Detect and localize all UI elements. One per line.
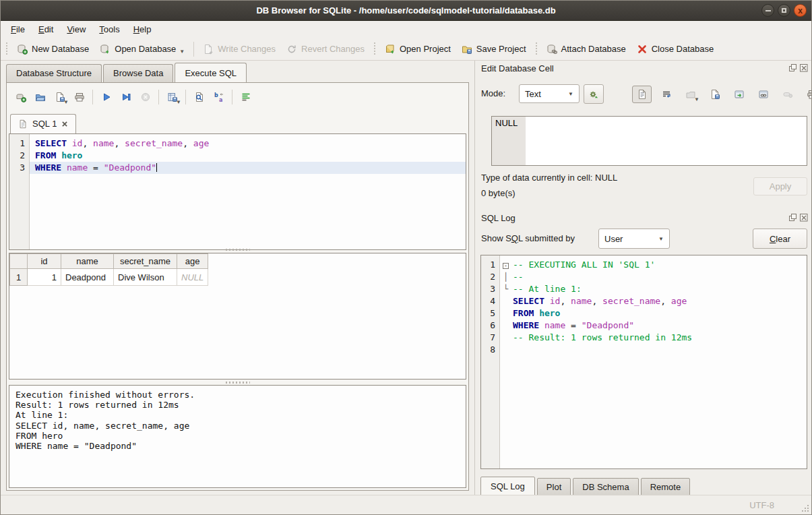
close-button[interactable]: x — [794, 4, 807, 17]
format-sql-button[interactable] — [236, 88, 255, 106]
close-panel-icon[interactable] — [799, 63, 808, 72]
close-panel-icon[interactable] — [799, 213, 808, 222]
apply-label: Apply — [770, 181, 792, 191]
write-changes-button[interactable]: Write Changes — [197, 41, 281, 57]
sql-editor[interactable]: 123 SELECT id, name, secret_name, ageFRO… — [9, 133, 466, 250]
execute-all-button[interactable] — [96, 88, 116, 106]
chevron-down-icon: ▼ — [568, 91, 573, 97]
maximize-button[interactable] — [778, 4, 790, 17]
menu-help[interactable]: Help — [127, 22, 158, 36]
float-panel-icon[interactable] — [788, 63, 797, 72]
line-number: 1 — [481, 259, 495, 271]
set-null-button[interactable] — [778, 86, 797, 103]
export-results-button[interactable]: ▼ — [162, 88, 182, 106]
column-header-secret-name[interactable]: secret_name — [114, 254, 177, 269]
play-line-icon — [121, 92, 131, 102]
execute-current-line-button[interactable] — [116, 88, 135, 106]
column-header-age[interactable]: age — [177, 254, 208, 269]
dock-tabbar: SQL LogPlotDB SchemaRemote — [480, 478, 692, 496]
message-line: FROM hero — [15, 431, 460, 441]
results-table: idnamesecret_nameage11DeadpondDive Wilso… — [9, 253, 208, 286]
sql-log-view[interactable]: 12345678 -│└ -- EXECUTING ALL IN 'SQL 1'… — [480, 255, 807, 469]
sql-log-code: -- EXECUTING ALL IN 'SQL 1'---- At line … — [511, 255, 807, 468]
tab-execute-sql[interactable]: Execute SQL — [175, 63, 247, 82]
menu-edit[interactable]: Edit — [32, 22, 60, 36]
sql-tab[interactable]: SQL 1 — [10, 114, 76, 133]
svg-text:a: a — [219, 97, 222, 103]
close-database-label: Close Database — [652, 44, 714, 54]
save-sql-file-button[interactable]: ▼ — [50, 88, 69, 106]
fold-line — [500, 307, 511, 320]
open-project-button[interactable]: Open Project — [379, 41, 456, 57]
save-project-button[interactable]: Save Project — [456, 41, 532, 57]
menu-file[interactable]: File — [4, 22, 32, 36]
tab-browse-data[interactable]: Browse Data — [103, 64, 173, 82]
open-sql-tab-button[interactable] — [11, 88, 30, 106]
row-header[interactable]: 1 — [10, 269, 28, 286]
new-database-button[interactable]: New Database — [11, 41, 94, 57]
open-database-button[interactable]: Open Database▼ — [94, 41, 190, 57]
table-cell[interactable]: 1 — [28, 269, 61, 286]
log-line: -- — [511, 271, 807, 283]
import-data-button[interactable]: ▼ — [681, 86, 700, 103]
splitter-grip — [226, 249, 250, 251]
dock-tab-remote[interactable]: Remote — [641, 478, 691, 496]
clear-log-button[interactable]: Clear — [753, 229, 807, 249]
sql-log-filter-select[interactable]: User ▼ — [598, 229, 670, 249]
replace-icon: ba — [214, 92, 224, 102]
toolbar-handle — [534, 42, 538, 56]
export-data-button[interactable] — [705, 86, 724, 103]
print-sql-button[interactable] — [69, 88, 89, 106]
tab-database-structure[interactable]: Database Structure — [6, 64, 102, 82]
open-sql-file-button[interactable] — [30, 88, 50, 106]
table-cell[interactable]: Deadpond — [61, 269, 114, 286]
close-tab-icon[interactable] — [61, 121, 68, 127]
dock-tab-sql-log[interactable]: SQL Log — [480, 477, 535, 496]
table-cell[interactable]: NULL — [177, 269, 208, 286]
table-cell[interactable]: Dive Wilson — [114, 269, 177, 286]
find-button[interactable] — [189, 88, 209, 106]
chevron-down-icon: ▼ — [658, 236, 664, 242]
log-line — [511, 344, 807, 356]
main-toolbar: New DatabaseOpen Database▼Write ChangesR… — [1, 38, 811, 61]
replace-button[interactable]: ba — [209, 88, 228, 106]
fold-line — [500, 320, 511, 332]
word-wrap-button[interactable] — [656, 86, 676, 103]
cell-value-editor[interactable]: NULL — [491, 116, 807, 166]
close-x-icon — [61, 121, 68, 127]
mode-select[interactable]: Text ▼ — [519, 84, 580, 103]
doc-small-icon — [18, 119, 28, 129]
fold-marker[interactable]: - — [500, 259, 511, 271]
column-header-id[interactable]: id — [28, 254, 61, 269]
copy-data-button[interactable] — [753, 86, 773, 103]
auto-apply-button[interactable] — [584, 84, 604, 104]
print-cell-button[interactable] — [802, 86, 812, 103]
float-panel-icon[interactable] — [788, 213, 797, 222]
window-controls: x — [761, 4, 807, 17]
mode-value: Text — [525, 89, 541, 99]
close-db-icon — [637, 44, 648, 55]
menu-view[interactable]: View — [60, 22, 92, 36]
apply-button[interactable]: Apply — [753, 177, 807, 195]
dock-tab-db-schema[interactable]: DB Schema — [573, 478, 638, 496]
editor-results-splitter[interactable] — [7, 247, 468, 251]
open-in-external-button[interactable] — [729, 86, 749, 103]
attach-database-button[interactable]: Attach Database — [541, 41, 631, 57]
column-header-name[interactable]: name — [61, 254, 114, 269]
text-mode-button[interactable] — [632, 86, 652, 103]
sql-subtabbar: SQL 1 — [10, 114, 76, 133]
dropdown-arrow-icon: ▼ — [176, 99, 181, 105]
sql-editor-code[interactable]: SELECT id, name, secret_name, ageFROM he… — [30, 134, 466, 249]
dropdown-arrow-icon: ▼ — [694, 96, 699, 102]
minimize-button[interactable] — [761, 4, 774, 17]
stop-execution-button[interactable] — [135, 88, 155, 106]
revert-changes-button[interactable]: Revert Changes — [281, 41, 370, 57]
dock-tab-plot[interactable]: Plot — [537, 478, 571, 496]
results-message-splitter[interactable] — [7, 380, 468, 384]
close-database-button[interactable]: Close Database — [631, 41, 720, 57]
corner-header[interactable] — [10, 254, 28, 269]
resize-grip[interactable] — [801, 504, 809, 512]
log-line: WHERE name = "Deadpond" — [511, 320, 807, 332]
sql-log-foldcolumn[interactable]: -│└ — [500, 255, 511, 468]
menu-tools[interactable]: Tools — [92, 22, 126, 36]
